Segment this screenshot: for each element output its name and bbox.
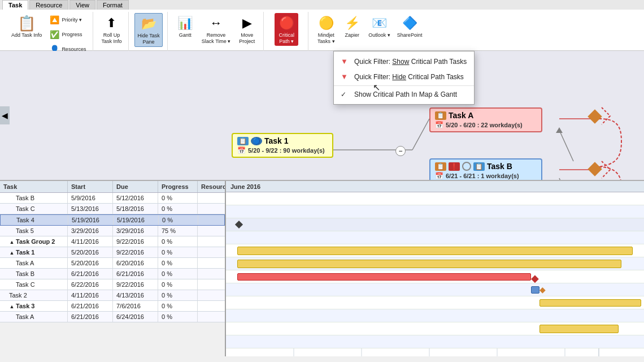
row-resource <box>198 301 226 311</box>
row-resource <box>198 215 226 225</box>
progress-icon: ✅ <box>49 29 60 40</box>
row-progress: 0 % <box>158 247 198 257</box>
collapse-button[interactable]: − <box>395 146 406 156</box>
dropdown-menu: ▼ Quick Filter: Show Critical Path Tasks… <box>333 51 475 105</box>
gantt-row <box>226 257 644 270</box>
sharepoint-button[interactable]: 🔷 SharePoint <box>395 13 425 40</box>
row-start: 6/22/2016 <box>68 279 113 290</box>
table-row[interactable]: Task A 6/21/2016 6/24/2016 0 % <box>0 312 225 322</box>
move-project-button[interactable]: ▶ MoveProject <box>235 13 259 46</box>
row-resource <box>198 204 226 214</box>
gantt-icon: 📊 <box>176 14 194 32</box>
remove-slack-icon: ↔ <box>207 14 225 32</box>
table-row-selected[interactable]: Task 4 5/19/2016 5/19/2016 0 % <box>0 214 225 226</box>
task1-date-text: 5/20 - 9/22 : 90 workday(s) <box>248 147 325 154</box>
row-due: 5/18/2016 <box>113 204 158 214</box>
table-row[interactable]: Task B 5/9/2016 5/12/2016 0 % <box>0 193 225 204</box>
row-resource <box>198 226 226 236</box>
col-header-due: Due <box>113 181 158 192</box>
row-task-name: ▲Task 3 <box>0 301 68 311</box>
taskB-dates: 📅 6/21 - 6/21 : 1 workday(s) <box>435 172 519 180</box>
outlook-button[interactable]: 📧 Outlook ▾ <box>366 13 393 40</box>
table-row[interactable]: Task B 6/21/2016 6/21/2016 0 % <box>0 269 225 279</box>
taskB-icon3: 📋 <box>473 162 485 171</box>
taskA-date-text: 5/20 - 6/20 : 22 workday(s) <box>446 122 523 128</box>
mindjet-icon: 🟡 <box>317 14 335 32</box>
gantt-row <box>226 335 644 348</box>
gantt-row <box>226 205 644 218</box>
add-task-icon: 📋 <box>18 14 36 32</box>
calendar-icon-b: 📅 <box>435 172 443 180</box>
table-row[interactable]: Task C 5/13/2016 5/18/2016 0 % <box>0 204 225 214</box>
svg-line-5 <box>559 130 573 161</box>
row-resource <box>198 236 226 247</box>
move-project-icon: ▶ <box>238 14 256 32</box>
add-task-info-button[interactable]: 📋 Add Task Info <box>9 13 44 40</box>
critical-path-button[interactable]: 🔴 CriticalPath ▾ <box>275 13 298 46</box>
row-progress: 0 % <box>158 193 198 203</box>
tab-view[interactable]: View <box>69 0 95 10</box>
collapse-icon[interactable]: ▲ <box>9 304 15 309</box>
mindjet-tasks-button[interactable]: 🟡 MindjetTasks ▾ <box>314 13 338 46</box>
task-b-right-connector: ◆ <box>539 285 546 294</box>
critical-path-label: CriticalPath ▾ <box>279 32 295 45</box>
table-row[interactable]: Task 2 4/11/2016 4/13/2016 0 % <box>0 290 225 301</box>
dropdown-show-map-text: Show Critical Path In Map & Gantt <box>354 90 457 98</box>
row-resource <box>198 312 226 322</box>
table-row[interactable]: Task 5 3/29/2016 3/29/2016 75 % <box>0 226 225 236</box>
task1-icon: 📋 <box>237 137 249 145</box>
priority-button[interactable]: 🔼 Priority ▾ <box>46 13 88 27</box>
row-task-name: ▲Task 1 <box>0 247 68 257</box>
roll-up-button[interactable]: ⬆ Roll UpTask Info <box>99 13 124 46</box>
hide-task-pane-label: Hide TaskPane <box>137 33 159 45</box>
row-progress: 0 % <box>158 290 198 300</box>
col-header-resource: Resourc... <box>198 181 226 192</box>
dropdown-item-hide-filter[interactable]: ▼ Quick Filter: Hide Critical Path Tasks <box>334 69 474 84</box>
row-due: 7/6/2016 <box>113 301 158 311</box>
row-due: 5/12/2016 <box>113 193 158 203</box>
gantt-button[interactable]: 📊 Gantt <box>173 13 197 40</box>
gantt-area: Task Start Due Progress Resourc... Task … <box>0 181 644 356</box>
row-task-name: ▲Task Group 2 <box>0 236 68 247</box>
taskB-label: Task B <box>487 162 512 171</box>
filter-hide-icon: ▼ <box>341 72 350 81</box>
progress-label: Progress <box>62 32 82 38</box>
filter-show-icon: ▼ <box>341 57 350 66</box>
row-progress: 75 % <box>158 226 198 236</box>
table-row-group[interactable]: ▲Task 1 5/20/2016 9/22/2016 0 % <box>0 247 225 258</box>
collapse-icon[interactable]: ▲ <box>9 250 15 256</box>
table-row[interactable]: Task C 6/22/2016 9/22/2016 0 % <box>0 279 225 290</box>
dropdown-item-show-filter[interactable]: ▼ Quick Filter: Show Critical Path Tasks <box>334 54 474 69</box>
collapse-icon[interactable]: ▲ <box>9 239 15 245</box>
ribbon: Task Resource View Format 📋 Add Task Inf… <box>0 0 644 51</box>
row-task-name: Task B <box>0 269 68 279</box>
tab-task[interactable]: Task <box>2 0 28 10</box>
rollup-label: Roll UpTask Info <box>101 32 121 45</box>
row-resource <box>198 193 226 203</box>
scroll-left-button[interactable]: ◀ <box>0 106 10 124</box>
row-task-name: Task C <box>0 279 68 290</box>
zapier-button[interactable]: ⚡ Zapier <box>340 13 364 40</box>
priority-label: Priority ▾ <box>62 17 82 23</box>
task1-header: 📋 🔵 Task 1 <box>237 136 289 145</box>
remove-slack-time-button[interactable]: ↔ RemoveSlack Time ▾ <box>199 13 233 46</box>
gantt-row <box>226 244 644 257</box>
tab-resource[interactable]: Resource <box>29 0 68 10</box>
gantt-row-selected <box>226 218 644 231</box>
gantt-milestone <box>235 221 243 229</box>
dropdown-item-show-map[interactable]: ✓ Show Critical Path In Map & Gantt <box>334 87 474 102</box>
tab-format[interactable]: Format <box>97 0 129 10</box>
gantt-label: Gantt <box>179 32 192 38</box>
taskB-node: 📋 ❗ 📋 Task B 📅 6/21 - 6/21 : 1 workday(s… <box>429 158 542 181</box>
progress-button[interactable]: ✅ Progress <box>46 28 88 41</box>
table-row[interactable]: Task A 5/20/2016 6/20/2016 0 % <box>0 258 225 269</box>
map-area: 📋 🔵 Task 1 📅 5/20 - 9/22 : 90 workday(s)… <box>0 51 644 181</box>
taskB-icon2: ❗ <box>449 162 460 171</box>
dropdown-hide-filter-text: Quick Filter: Hide Critical Path Tasks <box>354 73 464 81</box>
hide-task-pane-button[interactable]: 📂 Hide TaskPane <box>134 13 162 47</box>
calendar-icon-a: 📅 <box>435 121 443 129</box>
table-row-group[interactable]: ▲Task Group 2 4/11/2016 9/22/2016 0 % <box>0 236 225 247</box>
connection-lines-svg <box>0 51 644 180</box>
taskA-node: 📋 Task A 📅 5/20 - 6/20 : 22 workday(s) <box>429 107 542 132</box>
table-row-group[interactable]: ▲Task 3 6/21/2016 7/6/2016 0 % <box>0 301 225 312</box>
